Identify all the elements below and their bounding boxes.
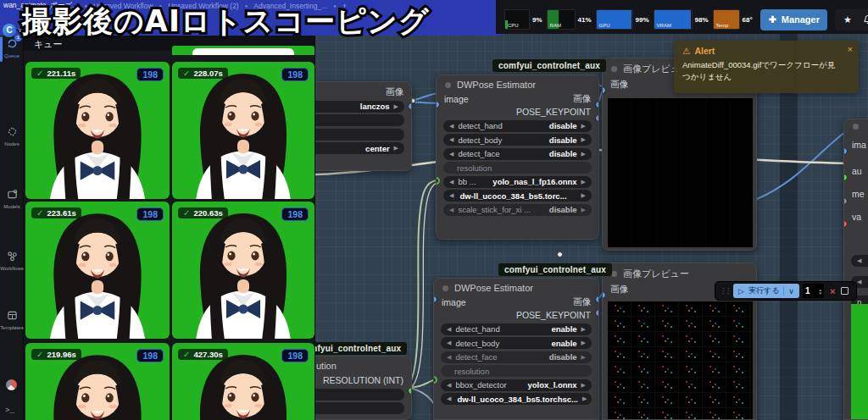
widget-scale-stick[interactable]: ◀ scale_stick_for_xi ... disable ▶ <box>443 204 592 216</box>
input-resolution-port[interactable] <box>433 376 437 384</box>
input-image-label: 画像 <box>610 284 628 296</box>
output-resolution-port[interactable] <box>408 387 412 395</box>
node-title: ution <box>316 361 337 371</box>
widget-detect-body[interactable]: ◀ detect_body disable ▶ <box>443 134 592 146</box>
left-arrow-icon[interactable]: ◀ <box>449 136 453 143</box>
widget-pose-estimator[interactable]: ◀ dw-ll_ucoco_384_bs5.torchsc... ▶ <box>441 393 592 405</box>
right-arrow-icon[interactable]: ▶ <box>581 382 586 389</box>
widget-bbox-detector[interactable]: ◀ bbox_detector yolox_l.onnx ▶ <box>441 379 592 391</box>
right-arrow-icon[interactable]: ▶ <box>581 136 586 143</box>
widget-detect-hand[interactable]: ◀ detect_hand disable ▶ <box>443 120 592 132</box>
right-arrow-icon[interactable]: ▶ <box>394 103 398 110</box>
widget-resolution[interactable]: resolution <box>443 162 592 174</box>
stop-button[interactable] <box>841 287 849 295</box>
left-arrow-icon[interactable]: ◀ <box>449 192 453 199</box>
bell-icon[interactable] <box>863 14 868 25</box>
output-pose-keypoint-port[interactable] <box>595 309 599 317</box>
collapse-dot-icon[interactable] <box>442 285 448 291</box>
right-arrow-icon[interactable]: ▶ <box>581 326 586 333</box>
left-arrow-icon[interactable]: ◀ <box>447 395 451 402</box>
left-arrow-icon[interactable]: ◀ <box>449 207 453 213</box>
widget-detect-hand[interactable]: ◀ detect_hand enable ▶ <box>441 323 592 335</box>
sidebar-item-templates[interactable]: Templates <box>0 309 24 330</box>
run-toolbar: ⋮⋮ ▷ 実行する ∨ 1 ▴▾ × <box>715 281 857 301</box>
left-arrow-icon[interactable]: ◀ <box>449 151 453 158</box>
chevron-down-icon[interactable]: ∨ <box>788 287 794 296</box>
sidebar: 1 Queue Nodes Models Workflows Templates… <box>0 36 24 420</box>
right-arrow-icon[interactable]: ▶ <box>581 354 586 361</box>
widget-detect-face[interactable]: ◀ detect_face disable ▶ <box>443 148 592 160</box>
left-arrow-icon[interactable]: ◀ <box>447 382 451 389</box>
right-arrow-icon[interactable]: ▶ <box>581 340 586 346</box>
queue-result-tile[interactable]: ✓427.30s 198 <box>172 343 314 420</box>
left-arrow-icon[interactable]: ◀ <box>447 340 451 346</box>
execution-time-chip: ✓221.11s <box>31 68 81 79</box>
right-arrow-icon[interactable]: ▶ <box>581 207 586 213</box>
resource-pie-icon[interactable] <box>6 379 17 390</box>
left-arrow-icon[interactable]: ◀ <box>857 257 861 264</box>
sidebar-item-nodes[interactable]: Nodes <box>0 125 24 146</box>
output-image-port[interactable] <box>595 101 599 108</box>
node-video-combine[interactable]: ima au me va ◀ ◀ p s <box>843 119 868 420</box>
output-pose-label: POSE_KEYPOINT <box>516 107 591 117</box>
input-image-port[interactable] <box>602 86 606 94</box>
left-arrow-icon[interactable]: ◀ <box>449 123 453 130</box>
widget-detect-face[interactable]: ◀ detect_face disable ▶ <box>441 351 592 363</box>
widget-pose-estimator[interactable]: ◀ dw-ll_ucoco_384_bs5.torc... ▶ <box>443 190 592 202</box>
run-button[interactable]: ▷ 実行する ∨ <box>733 284 799 298</box>
queue-result-tile[interactable]: ✓221.11s 198 <box>25 62 170 199</box>
node-title: DWPose Estimator <box>457 80 536 90</box>
collapse-dot-icon[interactable] <box>445 82 451 88</box>
toolbar-icon-group: ★ <box>835 9 868 30</box>
queue-result-tile[interactable]: ✓223.61s 198 <box>25 202 170 339</box>
node-title: 画像プレビュー <box>623 268 689 280</box>
left-arrow-icon[interactable]: ◀ <box>447 326 451 333</box>
node-dwpose-estimator-1[interactable]: DWPose Estimator image画像 POSE_KEYPOINT ◀… <box>436 75 599 240</box>
sidebar-item-workflows[interactable]: Workflows <box>0 250 24 271</box>
queue-result-tile[interactable]: ✓220.63s 198 <box>172 202 314 339</box>
left-arrow-icon[interactable]: ◀ <box>857 279 861 285</box>
reroute-dot[interactable] <box>557 251 563 257</box>
comfyui-logo[interactable]: C ∨ <box>3 24 22 37</box>
output-pose-keypoint-port[interactable] <box>595 114 599 122</box>
input-resolution-port[interactable] <box>436 177 440 185</box>
sidebar-item-models[interactable]: Models <box>0 188 24 209</box>
collapse-dot-icon[interactable] <box>853 124 859 130</box>
widget-blank[interactable]: ◀ <box>851 255 868 267</box>
widget-resolution[interactable]: resolution <box>441 365 592 377</box>
close-icon[interactable]: × <box>848 44 853 54</box>
input-meta-batch-port[interactable] <box>843 197 848 205</box>
widget-bbox-detector[interactable]: ◀ bb ... yolo_nas_l_fp16.onnx ▶ <box>443 176 592 188</box>
output-image-port[interactable] <box>408 102 412 110</box>
frame-count-badge: 198 <box>136 207 164 221</box>
star-icon[interactable]: ★ <box>843 14 852 25</box>
clear-queue-button[interactable]: × <box>827 286 837 296</box>
output-image-port[interactable] <box>595 296 599 303</box>
right-arrow-icon[interactable]: ▶ <box>582 395 587 402</box>
input-audio-port[interactable] <box>843 174 848 181</box>
widget-detect-body[interactable]: ◀ detect_body enable ▶ <box>441 337 592 349</box>
right-arrow-icon[interactable]: ▶ <box>581 179 586 185</box>
spinner-icons[interactable]: ▴▾ <box>819 288 821 295</box>
input-vae-port[interactable] <box>843 220 848 228</box>
queue-result-tile[interactable]: ✓228.07s 198 <box>172 62 314 199</box>
right-arrow-icon[interactable]: ▶ <box>581 123 586 130</box>
manager-button[interactable]: Manager <box>760 9 827 30</box>
right-arrow-icon[interactable]: ▶ <box>581 192 586 199</box>
left-arrow-icon[interactable]: ◀ <box>449 179 453 185</box>
collapse-dot-icon[interactable] <box>611 271 617 277</box>
drag-handle-icon[interactable]: ⋮⋮ <box>720 287 730 295</box>
input-images-port[interactable] <box>843 147 848 155</box>
terminal-icon[interactable]: >_ <box>5 406 14 415</box>
right-arrow-icon[interactable]: ▶ <box>581 151 586 158</box>
ram-monitor: RAM 41% <box>547 9 592 30</box>
input-image-port[interactable] <box>602 291 606 299</box>
sidebar-item-queue[interactable]: 1 Queue <box>0 37 24 58</box>
queue-result-tile[interactable]: ✓219.96s 198 <box>25 343 170 420</box>
left-arrow-icon[interactable]: ◀ <box>447 354 451 361</box>
queue-result-partial[interactable] <box>172 46 314 55</box>
collapse-dot-icon[interactable] <box>611 66 617 72</box>
node-dwpose-estimator-2[interactable]: DWPose Estimator image画像 POSE_KEYPOINT ◀… <box>433 278 599 420</box>
right-arrow-icon[interactable]: ▶ <box>394 145 398 152</box>
batch-count-stepper[interactable]: 1 ▴▾ <box>803 284 824 298</box>
